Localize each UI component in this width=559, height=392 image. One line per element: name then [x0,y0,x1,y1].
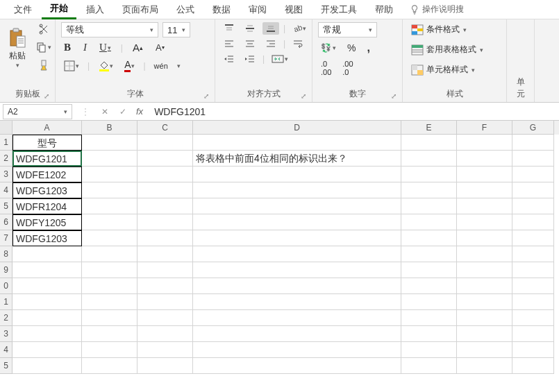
cell-A0[interactable] [12,278,82,294]
cell-D9[interactable] [193,262,401,278]
align-middle-button[interactable] [242,22,258,35]
cell-G6[interactable] [512,214,554,230]
tab-help[interactable]: 帮助 [367,1,401,19]
col-header-C[interactable]: C [137,121,193,135]
row-header[interactable]: 3 [0,167,12,182]
cell-C3[interactable] [137,326,193,342]
align-center-button[interactable] [242,37,258,50]
format-painter-button[interactable] [33,58,54,72]
cell-D1[interactable] [193,135,401,151]
borders-button[interactable]: ▾ [61,59,82,73]
increase-decimal-button[interactable]: .0.00 [318,58,334,78]
cell-F3[interactable] [457,167,512,182]
cell-F8[interactable] [457,246,512,262]
copy-button[interactable]: ▾ [33,40,54,54]
row-header[interactable]: 5 [0,198,12,214]
col-header-E[interactable]: E [401,121,457,135]
cell-E0[interactable] [401,278,457,294]
decrease-decimal-button[interactable]: .00.0 [340,58,356,78]
cell-B2[interactable] [82,310,137,326]
currency-button[interactable]: 💱▾ [318,41,339,55]
decrease-indent-button[interactable] [221,53,237,65]
cell-C3[interactable] [137,167,193,182]
row-header[interactable]: 4 [0,342,12,358]
grow-font-button[interactable]: A▴ [130,40,146,55]
cell-C4[interactable] [137,342,193,358]
cell-A5[interactable]: WDFR1204 [12,198,82,214]
cell-G1[interactable] [512,135,554,151]
cancel-formula-button[interactable]: ✕ [96,107,114,117]
cell-C9[interactable] [137,262,193,278]
cell-B3[interactable] [82,167,137,182]
align-top-button[interactable] [221,22,237,35]
cell-D4[interactable] [193,342,401,358]
cell-D2[interactable]: 将表格中前面4位相同的标识出来？ [193,151,401,167]
cell-C1[interactable] [137,294,193,310]
row-header[interactable]: 5 [0,358,12,374]
row-header[interactable]: 0 [0,278,12,294]
cell-F0[interactable] [457,278,512,294]
row-header[interactable]: 4 [0,182,12,198]
cell-F5[interactable] [457,358,512,374]
cell-E5[interactable] [401,198,457,214]
row-header[interactable]: 2 [0,310,12,326]
underline-button[interactable]: U▾ [97,40,114,55]
align-right-button[interactable] [262,37,279,50]
tell-me[interactable]: 操作说明搜 [410,3,464,15]
enter-formula-button[interactable]: ✓ [114,107,132,117]
tab-page-layout[interactable]: 页面布局 [114,1,167,19]
paste-button[interactable] [6,26,29,50]
cell-A4[interactable]: WDFG1203 [12,182,82,198]
wrap-text-button[interactable] [290,37,306,50]
cell-G3[interactable] [512,167,554,182]
font-launcher[interactable]: ⤢ [203,92,209,100]
cell-B1[interactable] [82,294,137,310]
cell-E4[interactable] [401,342,457,358]
cell-C5[interactable] [137,198,193,214]
cell-A1[interactable]: 型号 [12,135,82,151]
merge-button[interactable]: ▾ [269,53,291,65]
cell-G3[interactable] [512,326,554,342]
cell-A4[interactable] [12,342,82,358]
cell-B0[interactable] [82,278,137,294]
worksheet[interactable]: ABCDEFG1型号2WDFG1201将表格中前面4位相同的标识出来？3WDFE… [0,121,559,374]
cell-F6[interactable] [457,214,512,230]
cell-F2[interactable] [457,310,512,326]
percent-button[interactable]: % [344,41,358,55]
cell-F7[interactable] [457,230,512,246]
cell-B6[interactable] [82,214,137,230]
font-size-select[interactable]: 11▾ [162,22,190,37]
cell-A2[interactable] [12,310,82,326]
row-header[interactable]: 1 [0,135,12,151]
cell-B2[interactable] [82,151,137,167]
cell-D6[interactable] [193,214,401,230]
cell-B5[interactable] [82,198,137,214]
fx-icon[interactable]: fx [132,106,147,117]
cut-button[interactable] [33,22,54,36]
tab-insert[interactable]: 插入 [78,1,112,19]
cell-E1[interactable] [401,294,457,310]
cell-B5[interactable] [82,358,137,374]
cell-C0[interactable] [137,278,193,294]
cell-E3[interactable] [401,326,457,342]
cell-E3[interactable] [401,167,457,182]
tab-data[interactable]: 数据 [204,1,239,19]
tab-review[interactable]: 审阅 [240,1,275,19]
phonetic-button[interactable]: wén [151,60,171,71]
cell-D5[interactable] [193,198,401,214]
cell-A2[interactable]: WDFG1201 [12,151,82,167]
cell-A7[interactable]: WDFG1203 [12,230,82,246]
tab-developer[interactable]: 开发工具 [312,1,365,19]
select-all-corner[interactable] [0,121,12,135]
cell-E6[interactable] [401,214,457,230]
cell-A3[interactable]: WDFE1202 [12,167,82,182]
cell-F1[interactable] [457,135,512,151]
cell-A1[interactable] [12,294,82,310]
cell-C2[interactable] [137,310,193,326]
cell-G4[interactable] [512,342,554,358]
name-box[interactable]: A2▾ [3,104,72,119]
row-header[interactable]: 3 [0,326,12,342]
cell-D8[interactable] [193,246,401,262]
cell-C8[interactable] [137,246,193,262]
comma-button[interactable]: , [364,40,372,56]
